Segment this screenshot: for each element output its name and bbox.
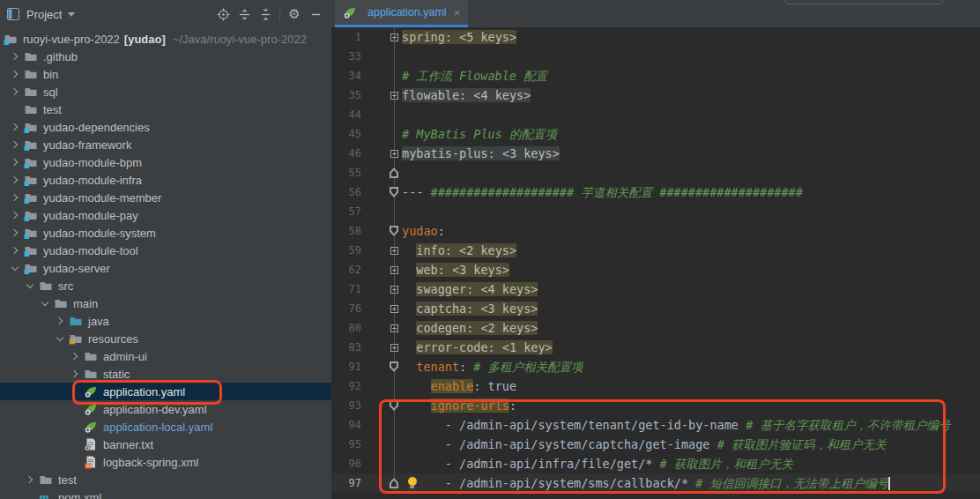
editor-line[interactable]: 94 - /admin-api/system/tenant/get-id-by-… — [331, 415, 980, 435]
editor-line[interactable]: 35 flowable: <4 keys> — [331, 86, 980, 105]
tree-chevron-icon[interactable] — [11, 53, 18, 60]
tree-row[interactable]: m pom.xml — [0, 488, 331, 499]
folded-region[interactable]: info: <2 keys> — [416, 243, 516, 257]
tree-row[interactable]: application-local.yaml — [0, 418, 331, 436]
fold-gutter[interactable] — [361, 202, 402, 221]
folded-region[interactable]: spring: <5 keys> — [402, 30, 516, 44]
fold-expand-icon[interactable] — [390, 344, 398, 352]
tree-row[interactable]: ruoyi-vue-pro-2022 [yudao] ~/Java/ruoyi-… — [0, 30, 331, 48]
folded-region[interactable]: codegen: <2 keys> — [416, 321, 538, 335]
tree-chevron-icon[interactable] — [26, 280, 33, 287]
fold-expand-icon[interactable] — [390, 266, 398, 274]
fold-end-icon[interactable] — [390, 168, 398, 178]
fold-gutter[interactable] — [361, 435, 402, 454]
fold-gutter[interactable] — [361, 105, 402, 124]
fold-gutter[interactable] — [361, 473, 402, 493]
editor-line[interactable]: 33 — [331, 47, 980, 66]
tree-chevron-icon[interactable] — [56, 317, 63, 324]
tree-row[interactable]: yudao-module-tool — [0, 242, 331, 259]
fold-start-icon[interactable] — [390, 187, 398, 197]
tree-row[interactable]: yudao-dependencies — [0, 118, 331, 136]
collapse-all-icon[interactable] — [255, 4, 276, 24]
tree-row[interactable]: static — [0, 365, 331, 383]
editor-line[interactable]: 96 - /admin-api/infra/file/get/* # 获取图片，… — [331, 454, 980, 473]
intention-lightbulb-icon[interactable] — [407, 477, 417, 489]
tree-row[interactable]: yudao-module-infra — [0, 171, 331, 189]
panel-title[interactable]: Project — [26, 8, 62, 21]
tree-row[interactable]: sql — [0, 83, 331, 101]
editor-line[interactable]: 95 - /admin-api/system/captcha/get-image… — [331, 435, 980, 454]
editor-line[interactable]: 1 spring: <5 keys> — [331, 27, 980, 47]
editor-line[interactable]: 57 — [331, 202, 980, 221]
fold-gutter[interactable] — [361, 357, 402, 376]
editor-line[interactable]: 76 captcha: <3 keys> — [331, 299, 980, 318]
fold-gutter[interactable] — [361, 66, 402, 86]
tree-row[interactable]: java — [0, 312, 331, 330]
fold-gutter[interactable] — [361, 396, 402, 415]
tree-row[interactable]: admin-ui — [0, 347, 331, 365]
tree-chevron-icon[interactable] — [11, 176, 18, 183]
folded-region[interactable]: web: <3 keys> — [416, 263, 509, 277]
expand-all-icon[interactable] — [234, 4, 255, 24]
fold-gutter[interactable] — [361, 454, 402, 473]
fold-start-icon[interactable] — [390, 361, 398, 372]
editor-line[interactable]: 46 mybatis-plus: <3 keys> — [331, 144, 980, 163]
tree-row[interactable]: main — [0, 294, 331, 312]
tree-row[interactable]: test — [0, 101, 331, 118]
tree-chevron-icon[interactable] — [11, 247, 18, 254]
editor-line[interactable]: 34 # 工作流 Flowable 配置 — [331, 66, 980, 86]
tree-row[interactable]: yudao-module-system — [0, 224, 331, 242]
fold-gutter[interactable] — [361, 241, 402, 260]
tree-row[interactable]: application-dev.yaml — [0, 400, 331, 418]
tree-chevron-icon[interactable] — [11, 229, 18, 236]
tree-row[interactable]: yudao-framework — [0, 136, 331, 153]
tree-chevron-icon[interactable] — [11, 123, 18, 130]
tree-row[interactable]: .github — [0, 48, 331, 65]
editor-line[interactable]: 71 swagger: <4 keys> — [331, 279, 980, 299]
fold-gutter[interactable] — [361, 144, 402, 163]
tab-application-yaml[interactable]: application.yaml × — [335, 0, 468, 27]
tree-chevron-icon[interactable] — [11, 263, 19, 270]
fold-expand-icon[interactable] — [390, 305, 398, 313]
fold-gutter[interactable] — [361, 124, 402, 144]
fold-gutter[interactable] — [361, 182, 402, 202]
fold-expand-icon[interactable] — [390, 92, 398, 100]
editor-line[interactable]: 97 - /admin-api/system/sms/callback/* # … — [331, 473, 980, 493]
editor-line[interactable]: 91 tenant: # 多租户相关配置项 — [331, 357, 980, 376]
folded-region[interactable]: flowable: <4 keys> — [402, 88, 531, 102]
tree-row[interactable]: banner.txt — [0, 436, 331, 453]
tree-row[interactable]: yudao-server — [0, 259, 331, 277]
editor-line[interactable]: 83 error-code: <1 key> — [331, 338, 980, 357]
fold-gutter[interactable] — [361, 338, 402, 357]
fold-end-icon[interactable] — [390, 478, 398, 488]
fold-gutter[interactable] — [361, 299, 402, 318]
fold-expand-icon[interactable] — [390, 286, 398, 294]
tree-row[interactable]: yudao-module-bpm — [0, 153, 331, 171]
fold-gutter[interactable] — [361, 279, 402, 299]
close-icon[interactable]: × — [454, 6, 461, 19]
editor-line[interactable]: 80 codegen: <2 keys> — [331, 318, 980, 338]
editor-line[interactable]: 55 — [331, 163, 980, 182]
folded-region[interactable]: captcha: <3 keys> — [416, 302, 538, 316]
editor-line[interactable]: 93 ignore-urls: — [331, 396, 980, 415]
editor-line[interactable]: 92 enable: true — [331, 376, 980, 396]
tree-chevron-icon[interactable] — [11, 212, 18, 219]
fold-gutter[interactable] — [361, 47, 402, 66]
tree-chevron-icon[interactable] — [26, 476, 33, 483]
editor-line[interactable]: 62 web: <3 keys> — [331, 260, 980, 279]
locate-icon[interactable] — [212, 4, 234, 24]
fold-expand-icon[interactable] — [390, 324, 398, 332]
tree-chevron-icon[interactable] — [11, 159, 18, 166]
tree-chevron-icon[interactable] — [11, 141, 18, 148]
editor-line[interactable]: 44 — [331, 105, 980, 124]
fold-gutter[interactable] — [361, 27, 402, 47]
folded-region[interactable]: error-code: <1 key> — [416, 340, 552, 354]
tree-row[interactable]: src — [0, 277, 331, 294]
tree-row[interactable]: resources — [0, 330, 331, 347]
tree-chevron-icon[interactable] — [71, 370, 78, 377]
tree-chevron-icon[interactable] — [11, 194, 18, 201]
hide-panel-icon[interactable] — [305, 4, 326, 24]
fold-gutter[interactable] — [361, 86, 402, 105]
tree-chevron-icon[interactable] — [56, 333, 63, 340]
fold-expand-icon[interactable] — [390, 247, 398, 255]
